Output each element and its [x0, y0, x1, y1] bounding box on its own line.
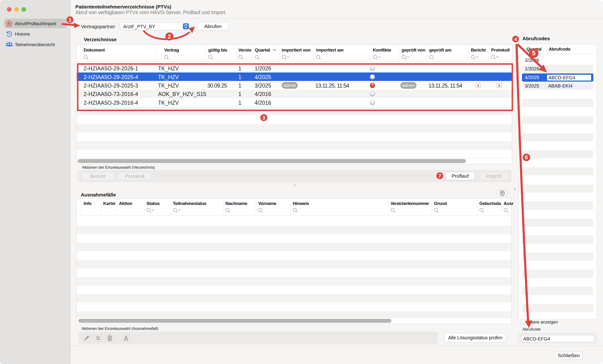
svg-text:5: 5	[532, 50, 535, 57]
svg-text:1: 1	[69, 17, 71, 23]
svg-text:7: 7	[438, 173, 441, 179]
svg-text:3: 3	[262, 115, 265, 121]
svg-text:4: 4	[514, 36, 517, 42]
svg-text:2: 2	[168, 33, 171, 40]
svg-text:6: 6	[525, 154, 528, 160]
